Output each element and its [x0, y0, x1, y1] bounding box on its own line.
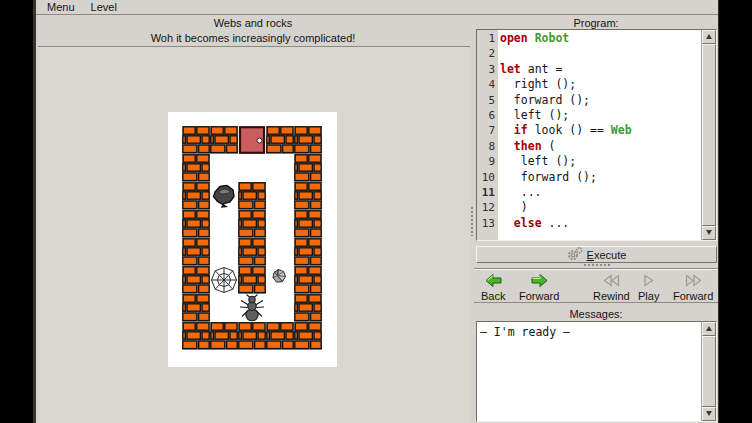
playback-toolbar: BackForwardRewindPlayForward — [474, 268, 718, 303]
horizontal-splitter-handle[interactable] — [583, 263, 611, 267]
code-line: else ... — [500, 216, 701, 231]
line-number: 8 — [477, 138, 498, 153]
brick-wall-tile — [294, 210, 322, 238]
code-line: left (); — [500, 108, 701, 123]
rock-small-sprite — [266, 266, 294, 294]
triangle-down-icon — [706, 230, 712, 235]
line-number: 7 — [477, 122, 498, 137]
code-line: forward (); — [500, 170, 701, 185]
scrollbar-thumb[interactable] — [702, 336, 716, 407]
brick-wall-tile — [294, 154, 322, 182]
brick-wall-tile — [266, 126, 294, 154]
rewind-icon — [602, 273, 621, 290]
code-token: left (); — [500, 154, 576, 168]
code-token: ... — [542, 216, 570, 230]
line-number: 10 — [477, 169, 498, 184]
messages-label: Messages: — [474, 308, 718, 320]
scrollbar-thumb[interactable] — [702, 44, 716, 226]
code-token: forward (); — [500, 170, 597, 184]
keyword-token: open — [500, 31, 528, 45]
keyword-token: then — [514, 139, 542, 153]
brick-wall-tile — [210, 322, 238, 350]
code-line: right (); — [500, 77, 701, 92]
messages-scrollbar[interactable] — [701, 322, 716, 421]
line-number: 6 — [477, 107, 498, 122]
scroll-down-button[interactable] — [702, 407, 716, 421]
brick-wall-tile — [294, 238, 322, 266]
code-scrollbar[interactable] — [701, 30, 716, 240]
brick-wall-tile — [238, 238, 266, 266]
line-number: 13 — [477, 215, 498, 230]
brick-wall-tile — [182, 294, 210, 322]
fast-forward-icon — [684, 273, 703, 290]
vertical-splitter-handle[interactable] — [470, 206, 474, 236]
level-subtitle: Woh it becomes increasingly complicated! — [36, 32, 470, 44]
menu-item-menu[interactable]: Menu — [39, 0, 83, 14]
keyword-token: if — [514, 123, 528, 137]
application-window: MenuLevel Webs and rocks Woh it becomes … — [36, 0, 718, 423]
line-number: 11 — [477, 184, 498, 199]
scroll-up-button[interactable] — [702, 322, 716, 336]
brick-wall-tile — [238, 322, 266, 350]
back-button[interactable]: Back — [479, 271, 507, 302]
brick-wall-tile — [182, 238, 210, 266]
code-token: look () == — [528, 123, 611, 137]
code-line: left (); — [500, 154, 701, 169]
constructor-token: Web — [611, 123, 632, 137]
code-token — [528, 31, 535, 45]
line-number: 3 — [477, 61, 498, 76]
toolbar-button-label: Back — [481, 290, 505, 302]
code-token: left (); — [500, 108, 569, 122]
level-title: Webs and rocks — [36, 17, 470, 29]
code-token: ( — [542, 139, 556, 153]
line-number-gutter: 12345678910111213 — [477, 30, 498, 240]
keyword-token: let — [500, 62, 521, 76]
constructor-token: Robot — [535, 31, 570, 45]
toolbar-button-label: Rewind — [593, 290, 630, 302]
scroll-up-button[interactable] — [702, 30, 716, 44]
brick-wall-tile — [182, 210, 210, 238]
menu-item-level[interactable]: Level — [83, 0, 125, 14]
line-number: 12 — [477, 199, 498, 214]
scroll-down-button[interactable] — [702, 226, 716, 240]
execute-button-label: Execute — [587, 249, 627, 261]
line-number: 9 — [477, 153, 498, 168]
play-button[interactable]: Play — [636, 271, 661, 302]
code-line: let ant = — [500, 62, 701, 77]
brick-wall-tile — [182, 154, 210, 182]
brick-wall-tile — [238, 266, 266, 294]
code-line: ... — [500, 185, 701, 200]
spider-web-sprite — [210, 266, 238, 294]
code-line: then ( — [500, 139, 701, 154]
code-token: ... — [500, 185, 542, 199]
rewind-button[interactable]: Rewind — [591, 271, 632, 302]
rock-large-sprite — [210, 182, 238, 210]
brick-wall-tile — [182, 182, 210, 210]
game-area — [38, 46, 470, 423]
triangle-up-icon — [706, 326, 712, 331]
code-text: open Robotlet ant = right (); forward ()… — [500, 30, 701, 240]
door-sprite — [238, 126, 266, 154]
brick-wall-tile — [266, 322, 294, 350]
arrow-left-green-icon — [484, 273, 503, 290]
line-number: 1 — [477, 30, 498, 45]
brick-wall-tile — [294, 266, 322, 294]
brick-wall-tile — [182, 126, 210, 154]
code-token: ant = — [521, 62, 563, 76]
code-editor[interactable]: 12345678910111213 open Robotlet ant = ri… — [476, 29, 717, 241]
game-board — [168, 112, 337, 367]
brick-wall-tile — [182, 266, 210, 294]
code-line — [500, 46, 701, 61]
play-icon — [641, 273, 657, 290]
forward-step-button[interactable]: Forward — [517, 271, 561, 302]
code-token: ) — [500, 200, 528, 214]
messages-text: — I'm ready — — [480, 325, 699, 339]
triangle-up-icon — [706, 34, 712, 39]
forward-seek-button[interactable]: Forward — [671, 271, 715, 302]
toolbar-button-label: Forward — [519, 290, 559, 302]
execute-button[interactable]: Execute — [476, 246, 717, 263]
code-line: ) — [500, 200, 701, 215]
code-token: forward (); — [500, 93, 590, 107]
code-line: forward (); — [500, 93, 701, 108]
keyword-token: else — [514, 216, 542, 230]
